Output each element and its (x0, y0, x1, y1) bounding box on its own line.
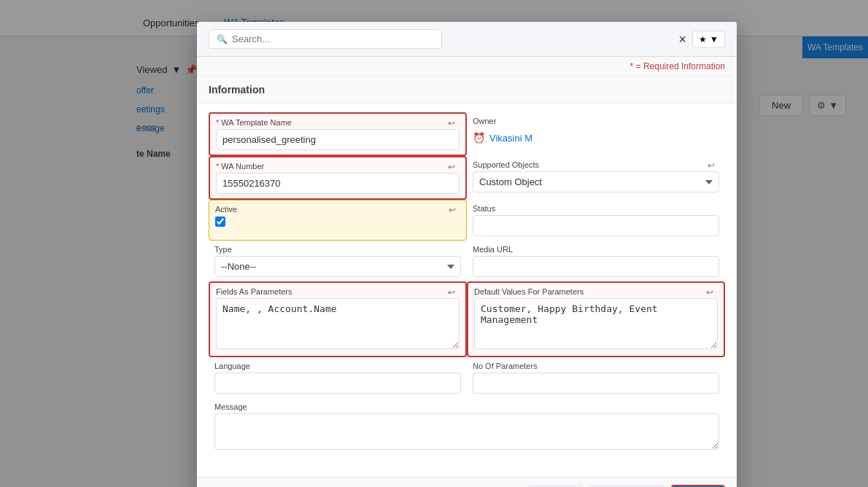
owner-label: Owner (473, 117, 719, 125)
modal-header: 🔍 × ★ ▼ (197, 22, 737, 57)
modal-header-right: × ★ ▼ (679, 31, 725, 48)
search-input[interactable] (232, 34, 434, 44)
no-of-params-label: No Of Parameters (473, 362, 719, 370)
wa-template-name-label: WA Template Name (216, 118, 460, 127)
fields-as-params-textarea[interactable]: Name, , Account.Name (216, 298, 460, 349)
status-label: Status (473, 204, 719, 213)
default-values-label: Default Values For Parameters (474, 287, 718, 296)
supported-objects-select[interactable]: Custom Object (473, 171, 719, 192)
active-checkbox[interactable] (215, 217, 225, 227)
language-input[interactable] (214, 373, 461, 394)
default-values-textarea[interactable]: Customer, Happy Birthday, Event Manageme… (474, 298, 718, 349)
status-input[interactable] (473, 215, 719, 236)
media-url-input[interactable] (473, 256, 719, 277)
message-textarea[interactable] (214, 413, 719, 450)
required-info-bar: * = Required Information (197, 57, 737, 77)
chevron-down-icon-star: ▼ (710, 34, 718, 44)
reset-icon-active[interactable]: ↩ (449, 205, 456, 215)
star-button[interactable]: ★ ▼ (692, 31, 725, 48)
star-icon: ★ (699, 34, 707, 44)
no-of-params-group: No Of Parameters (467, 357, 725, 398)
owner-name[interactable]: Vikasini M (489, 133, 532, 144)
modal-search-bar[interactable]: 🔍 (209, 29, 442, 49)
reset-icon-wa-number[interactable]: ↩ (448, 162, 455, 172)
fields-as-params-group: Fields As Parameters ↩ Name, , Account.N… (209, 281, 467, 357)
modal-footer: Error Details Cancel Save & New Save (197, 477, 737, 487)
modal-dialog: 🔍 × ★ ▼ * = Required Information Informa… (197, 22, 737, 487)
media-url-group: Media URL (467, 241, 725, 281)
no-of-params-input[interactable] (473, 373, 719, 394)
required-star: * (630, 61, 634, 71)
type-select[interactable]: --None-- (214, 256, 461, 277)
status-group: Status (467, 200, 725, 241)
wa-number-group: WA Number ↩ (209, 156, 467, 200)
active-checkbox-wrapper (215, 217, 460, 227)
reset-icon-fields-params[interactable]: ↩ (448, 287, 455, 297)
reset-icon-supported-objects[interactable]: ↩ (708, 160, 715, 171)
reset-icon-default-values[interactable]: ↩ (706, 287, 713, 297)
form-grid: WA Template Name ↩ Owner ⏰ Vikasini M WA… (197, 104, 737, 465)
wa-template-name-input[interactable] (216, 129, 460, 150)
wa-number-field-wrap: WA Number ↩ (216, 162, 460, 171)
fields-as-params-label: Fields As Parameters (216, 287, 460, 296)
wa-template-name-group: WA Template Name ↩ (209, 112, 467, 156)
message-label: Message (214, 402, 719, 411)
required-info-text: = Required Information (636, 61, 725, 71)
reset-icon-wa-template[interactable]: ↩ (448, 118, 455, 128)
search-icon: 🔍 (217, 34, 228, 44)
clock-icon: ⏰ (473, 132, 485, 144)
wa-number-input[interactable] (216, 173, 460, 194)
active-group: Active ↩ (209, 200, 467, 241)
supported-objects-field-wrap: Supported Objects ↩ (473, 160, 719, 169)
supported-objects-group: Supported Objects ↩ Custom Object (467, 156, 725, 200)
active-label: Active (215, 205, 460, 214)
default-values-field-wrap: Default Values For Parameters ↩ (474, 287, 718, 296)
close-button[interactable]: × (679, 33, 687, 46)
type-label: Type (214, 245, 461, 254)
section-information-title: Information (197, 77, 737, 104)
wa-template-name-field-wrap: WA Template Name ↩ (216, 118, 460, 127)
language-group: Language (209, 357, 467, 398)
language-label: Language (214, 362, 461, 370)
wa-number-label: WA Number (216, 162, 460, 171)
owner-value: ⏰ Vikasini M (473, 128, 719, 148)
default-values-group: Default Values For Parameters ↩ Customer… (467, 281, 725, 357)
message-group: Message (209, 398, 725, 456)
owner-group: Owner ⏰ Vikasini M (467, 112, 725, 156)
modal-body: Information WA Template Name ↩ Owner ⏰ V… (197, 77, 737, 477)
supported-objects-label: Supported Objects (473, 160, 719, 169)
type-group: Type --None-- (209, 241, 467, 281)
fields-as-params-field-wrap: Fields As Parameters ↩ (216, 287, 460, 296)
active-field-wrap: Active ↩ (215, 205, 460, 214)
media-url-label: Media URL (473, 245, 719, 254)
